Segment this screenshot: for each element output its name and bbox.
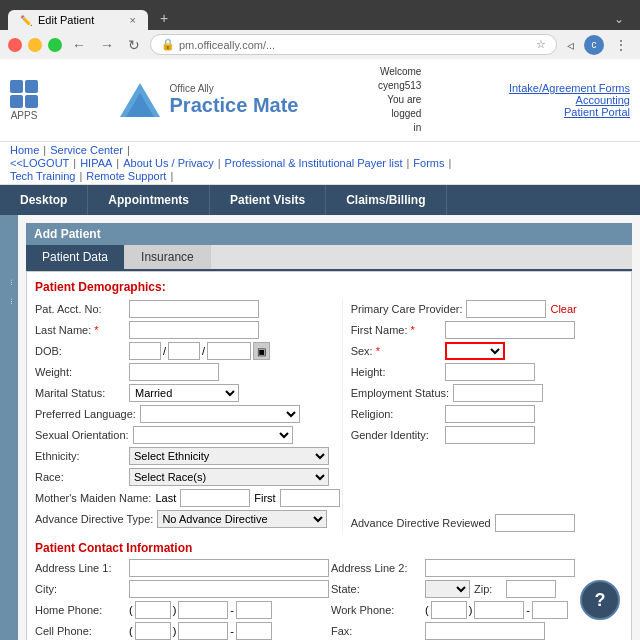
dob-year-input[interactable]	[207, 342, 251, 360]
ethnicity-row: Ethnicity: Select Ethnicity	[35, 447, 340, 465]
dob-month-input[interactable]	[129, 342, 161, 360]
home-phone-area[interactable]	[135, 601, 171, 619]
maiden-name-label: Mother's Maiden Name:	[35, 492, 151, 504]
refresh-btn[interactable]: ↻	[124, 35, 144, 55]
home-link[interactable]: Home	[10, 144, 39, 156]
pat-acct-input[interactable]	[129, 300, 259, 318]
star-icon[interactable]: ☆	[536, 38, 546, 51]
logout-link[interactable]: <<LOGOUT	[10, 157, 69, 169]
contact-grid: Address Line 1: City: Home Phone: (	[35, 559, 623, 640]
window-close-btn[interactable]	[8, 38, 22, 52]
remote-support-link[interactable]: Remote Support	[86, 170, 166, 182]
patient-demographics-title: Patient Demographics:	[35, 280, 623, 294]
profile-btn[interactable]: c	[584, 35, 604, 55]
tab-expand-btn[interactable]: ⌄	[606, 8, 632, 30]
work-phone-exchange[interactable]	[474, 601, 524, 619]
gender-identity-input[interactable]	[445, 426, 535, 444]
employment-status-input[interactable]	[453, 384, 543, 402]
tab-patient-data[interactable]: Patient Data	[26, 245, 125, 269]
gender-identity-row: Gender Identity:	[351, 426, 623, 444]
cell-phone-label: Cell Phone:	[35, 625, 125, 637]
forms-link[interactable]: Forms	[413, 157, 444, 169]
new-tab-btn[interactable]: +	[150, 6, 178, 30]
weight-input[interactable]	[129, 363, 219, 381]
intake-forms-link[interactable]: Intake/Agreement Forms	[509, 82, 630, 94]
pref-language-select[interactable]	[140, 405, 300, 423]
last-name-input[interactable]	[129, 321, 259, 339]
advance-directive-select[interactable]: No Advance Directive Living Will Healthc…	[157, 510, 327, 528]
nav-desktop[interactable]: Desktop	[0, 185, 88, 215]
welcome-text: Welcome cyeng513 You are logged in	[378, 65, 421, 135]
active-tab[interactable]: ✏️ Edit Patient ×	[8, 10, 148, 30]
cell-phone-section: ( ) -	[129, 622, 272, 640]
nav-row-1: Home | Service Center |	[10, 144, 630, 156]
browser-chrome: ✏️ Edit Patient × + ⌄	[0, 0, 640, 30]
advance-directive-row: Advance Directive Type: No Advance Direc…	[35, 510, 340, 528]
help-button[interactable]: ?	[580, 580, 620, 620]
pref-language-row: Preferred Language:	[35, 405, 340, 423]
tab-close-btn[interactable]: ×	[130, 14, 136, 26]
maiden-last-input[interactable]	[180, 489, 250, 507]
dob-label: DOB:	[35, 345, 125, 357]
tab-insurance[interactable]: Insurance	[125, 245, 211, 269]
sidebar-tab-1[interactable]: ...	[3, 275, 16, 290]
apps-section[interactable]: APPS	[10, 80, 38, 121]
race-select[interactable]: Select Race(s)	[129, 468, 329, 486]
lock-icon: 🔒	[161, 38, 175, 51]
advance-directive-reviewed-input[interactable]	[495, 514, 575, 532]
top-header: APPS Office Ally Practice Mate Welcome c…	[0, 59, 640, 142]
back-btn[interactable]: ←	[68, 35, 90, 55]
sex-select[interactable]: Male Female	[445, 342, 505, 360]
address1-input[interactable]	[129, 559, 329, 577]
sidebar-tab-2[interactable]: ...	[3, 294, 16, 309]
prof-inst-link[interactable]: Professional & Institutional Payer list	[225, 157, 403, 169]
nav-claims-billing[interactable]: Claims/Billing	[326, 185, 446, 215]
tech-training-link[interactable]: Tech Training	[10, 170, 75, 182]
work-phone-number[interactable]	[532, 601, 568, 619]
address2-input[interactable]	[425, 559, 575, 577]
accounting-link[interactable]: Accounting	[509, 94, 630, 106]
window-minimize-btn[interactable]	[28, 38, 42, 52]
fax-row: Fax:	[331, 622, 623, 640]
marital-status-select[interactable]: Married Single Divorced Widowed Other	[129, 384, 239, 402]
city-input[interactable]	[129, 580, 329, 598]
work-phone-area[interactable]	[431, 601, 467, 619]
nav-patient-visits[interactable]: Patient Visits	[210, 185, 326, 215]
gender-identity-label: Gender Identity:	[351, 429, 441, 441]
sexual-orientation-select[interactable]	[133, 426, 293, 444]
address-bar[interactable]: 🔒 pm.officeally.com/... ☆	[150, 34, 557, 55]
pat-acct-label: Pat. Acct. No:	[35, 303, 125, 315]
more-btn[interactable]: ⋮	[610, 35, 632, 55]
dob-day-input[interactable]	[168, 342, 200, 360]
ethnicity-select[interactable]: Select Ethnicity	[129, 447, 329, 465]
cell-phone-number[interactable]	[236, 622, 272, 640]
company-name: Office Ally	[170, 83, 299, 94]
hipaa-link[interactable]: HIPAA	[80, 157, 112, 169]
marital-status-row: Marital Status: Married Single Divorced …	[35, 384, 340, 402]
service-center-link[interactable]: Service Center	[50, 144, 123, 156]
home-phone-number[interactable]	[236, 601, 272, 619]
nav-appointments[interactable]: Appointments	[88, 185, 210, 215]
patient-portal-link[interactable]: Patient Portal	[509, 106, 630, 118]
cell-phone-exchange[interactable]	[178, 622, 228, 640]
state-label: State:	[331, 583, 421, 595]
nav-row-2: <<LOGOUT | HIPAA | About Us / Privacy | …	[10, 157, 630, 169]
extensions-btn[interactable]: ◃	[563, 35, 578, 55]
calendar-btn[interactable]: ▣	[253, 342, 270, 360]
cell-phone-area[interactable]	[135, 622, 171, 640]
clear-btn[interactable]: Clear	[550, 303, 576, 315]
height-input[interactable]	[445, 363, 535, 381]
maiden-first-input[interactable]	[280, 489, 340, 507]
address1-row: Address Line 1:	[35, 559, 329, 577]
window-maximize-btn[interactable]	[48, 38, 62, 52]
home-phone-exchange[interactable]	[178, 601, 228, 619]
primary-care-input[interactable]	[466, 300, 546, 318]
religion-input[interactable]	[445, 405, 535, 423]
forward-btn[interactable]: →	[96, 35, 118, 55]
first-name-input[interactable]	[445, 321, 575, 339]
state-select[interactable]	[425, 580, 470, 598]
about-us-link[interactable]: About Us / Privacy	[123, 157, 213, 169]
zip-input[interactable]	[506, 580, 556, 598]
fax-input[interactable]	[425, 622, 545, 640]
maiden-last-label: Last	[155, 492, 176, 504]
